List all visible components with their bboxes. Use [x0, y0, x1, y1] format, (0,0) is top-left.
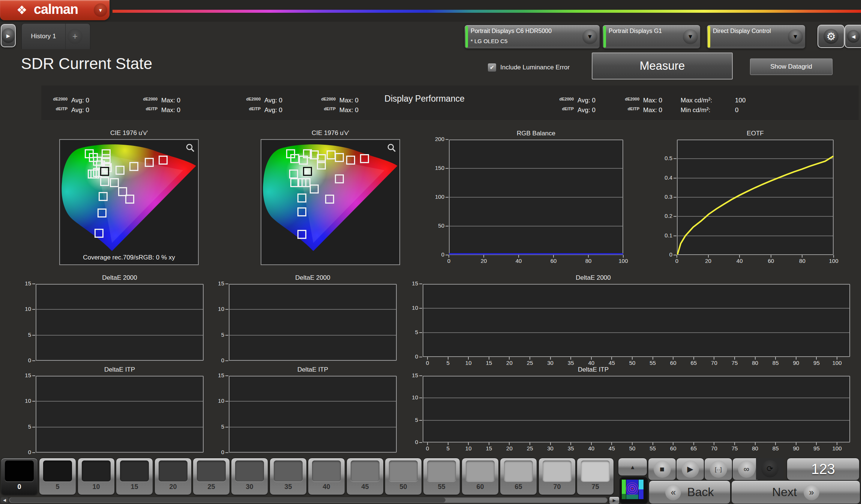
- patch-55[interactable]: 55: [423, 458, 460, 495]
- meter-dropdown-button[interactable]: ▼: [788, 29, 803, 44]
- back-button[interactable]: «Back: [649, 480, 730, 504]
- patch-70[interactable]: 70: [538, 458, 576, 495]
- refresh-button[interactable]: ⟳: [756, 458, 784, 480]
- patch-scrollbar-thumb[interactable]: [10, 498, 446, 502]
- include-luminance-checkbox[interactable]: ✔: [488, 63, 496, 72]
- x-tick-mark: [489, 357, 489, 360]
- stat-grayscale-cell: dE2000: [548, 97, 574, 101]
- x-tick-mark: [837, 442, 837, 445]
- stop-button[interactable]: ■: [648, 458, 676, 480]
- next-label: Next: [772, 485, 797, 499]
- x-tick-mark: [448, 255, 449, 258]
- chevron-left-icon: ◀: [847, 30, 860, 43]
- patch-5[interactable]: 5: [39, 458, 76, 495]
- pattern-list-up-button[interactable]: ▲: [618, 458, 647, 476]
- next-button[interactable]: Next»: [731, 480, 860, 504]
- x-tick-label: 85: [766, 360, 784, 366]
- chart-title-cie2: CIE 1976 u'v': [261, 129, 400, 137]
- stat-saturation-sweeps-cell: dEITP: [41, 106, 68, 111]
- play-arrow-icon: ▶: [2, 28, 15, 43]
- x-tick-label: 65: [685, 445, 703, 452]
- x-tick-label: 55: [644, 360, 662, 366]
- add-tab-button[interactable]: +: [68, 29, 82, 44]
- stat-grayscale-cell: Max cd/m²:: [681, 97, 712, 104]
- meter-dropdown-button[interactable]: ▼: [683, 29, 698, 44]
- x-tick-label: 25: [521, 445, 539, 452]
- x-tick-label: 80: [746, 360, 764, 366]
- x-tick-mark: [448, 442, 448, 445]
- patch-35[interactable]: 35: [270, 458, 307, 495]
- x-tick-label: 30: [542, 360, 560, 366]
- measure-button[interactable]: Measure: [592, 52, 733, 80]
- back-label: Back: [687, 485, 714, 499]
- patch-scroll-right-button[interactable]: ▶: [609, 496, 620, 504]
- stat-colorchecker-cell: dEITP: [309, 106, 336, 111]
- y-tick-mark: [674, 255, 676, 255]
- test-pattern-thumbnail[interactable]: [620, 477, 648, 504]
- tab-history-1[interactable]: History 1: [22, 24, 65, 49]
- expand-panel-button[interactable]: ▶: [1, 24, 16, 47]
- x-tick-label: 30: [542, 445, 560, 452]
- patch-20[interactable]: 20: [154, 458, 192, 495]
- patch-60[interactable]: 60: [462, 458, 499, 495]
- magnifier-icon[interactable]: [185, 143, 195, 154]
- range-button[interactable]: [··]: [704, 458, 732, 480]
- x-tick-mark: [739, 255, 740, 258]
- patch-75[interactable]: 75: [577, 458, 614, 495]
- magnifier-icon[interactable]: [387, 143, 396, 154]
- meter-status-strip: [465, 26, 468, 48]
- patch-0[interactable]: 0: [1, 458, 38, 495]
- settings-button[interactable]: ⚙: [818, 25, 844, 48]
- stat-colorchecker-cell: Avg: 0: [264, 97, 282, 104]
- patch-label: 45: [347, 483, 383, 491]
- app-logo[interactable]: ❖ calman ▼: [0, 0, 110, 20]
- patch-65[interactable]: 65: [500, 458, 537, 495]
- meter-dropdown-1[interactable]: Portrait Displays C6 HDR5000* LG OLED C5…: [464, 25, 600, 49]
- y-tick-mark: [225, 360, 228, 361]
- y-tick-mark: [674, 197, 676, 198]
- y-tick-label: 0: [204, 449, 224, 455]
- series-eotf: [677, 140, 834, 255]
- y-tick-label: 0.1: [652, 232, 672, 238]
- gear-icon: ⚙: [824, 29, 838, 44]
- stat-saturation-sweeps: dE2000Avg: 0dE2000Max: 0dEITPAvg: 0dEITP…: [41, 87, 218, 118]
- cie-target-square: [310, 184, 319, 194]
- y-tick-label: 10: [11, 398, 31, 404]
- meter-sublabel: * LG OLED C5: [471, 38, 507, 44]
- patch-label: 10: [78, 483, 114, 491]
- x-tick-mark: [771, 255, 771, 258]
- patch-30[interactable]: 30: [231, 458, 268, 495]
- patch-swatch: [504, 460, 533, 482]
- show-datagrid-button[interactable]: Show Datagrid: [750, 58, 832, 75]
- patch-40[interactable]: 40: [308, 458, 345, 495]
- up-arrow-icon: ▲: [630, 464, 636, 470]
- plot-de2000a: [36, 284, 204, 361]
- y-tick-mark: [419, 442, 422, 443]
- play-button[interactable]: ▶: [676, 458, 704, 480]
- x-tick-label: 40: [582, 445, 600, 452]
- y-tick-label: 5: [204, 423, 224, 430]
- patch-scrollbar-track[interactable]: [9, 497, 608, 503]
- meter-dropdown-2[interactable]: Portrait Displays G1▼: [602, 25, 700, 49]
- y-tick-mark: [225, 375, 228, 376]
- patch-label: 50: [385, 483, 422, 491]
- collapse-right-button[interactable]: ◀: [844, 25, 861, 48]
- back-chevrons-icon: «: [665, 484, 681, 500]
- chart-title-cie1: CIE 1976 u'v': [59, 129, 199, 137]
- meter-dropdown-3[interactable]: Direct Display Control▼: [706, 25, 806, 49]
- patch-45[interactable]: 45: [346, 458, 384, 495]
- patch-15[interactable]: 15: [116, 458, 153, 495]
- meter-dropdown-button[interactable]: ▼: [582, 29, 597, 44]
- range-icon: [··]: [710, 460, 727, 478]
- app-menu-button[interactable]: ▼: [94, 3, 107, 17]
- x-tick-label: 80: [579, 258, 597, 264]
- y-tick-mark: [674, 236, 676, 236]
- patch-25[interactable]: 25: [193, 458, 230, 495]
- patch-50[interactable]: 50: [385, 458, 422, 495]
- y-tick-label: 15: [204, 372, 224, 378]
- gridline: [230, 309, 396, 310]
- patch-10[interactable]: 10: [78, 458, 115, 495]
- x-tick-label: 90: [787, 445, 805, 452]
- patch-scroll-left-button[interactable]: ◀: [1, 497, 8, 503]
- chart-title-de2000a: DeltaE 2000: [36, 274, 204, 282]
